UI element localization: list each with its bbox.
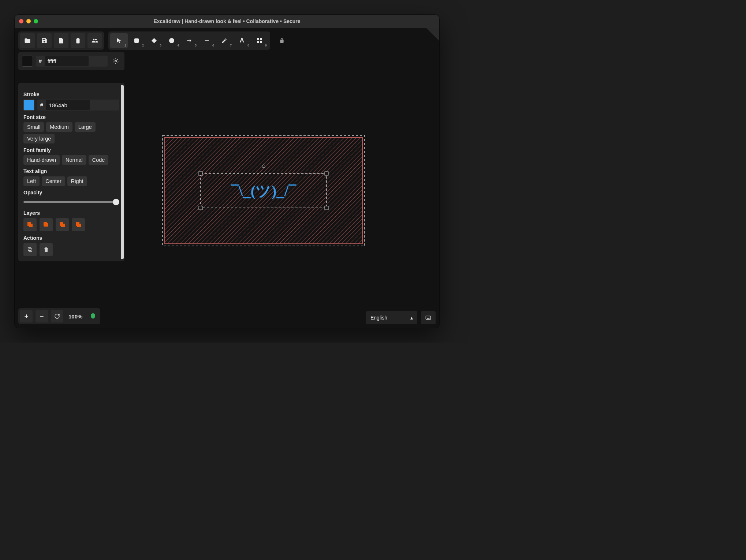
zoom-out-button[interactable] bbox=[36, 310, 48, 322]
svg-rect-32 bbox=[427, 318, 430, 318]
gear-icon[interactable] bbox=[111, 58, 121, 64]
tool-selection[interactable]: 1 bbox=[110, 33, 128, 48]
tool-text[interactable]: A8 bbox=[233, 33, 251, 48]
svg-rect-27 bbox=[426, 316, 430, 319]
tool-library[interactable]: 9 bbox=[251, 33, 268, 48]
tool-number: 6 bbox=[212, 44, 214, 47]
properties-panel: Stroke # Font size Small Medium Large Ve… bbox=[18, 83, 124, 261]
tool-number: 3 bbox=[160, 44, 161, 47]
tool-ellipse[interactable]: 4 bbox=[163, 33, 180, 48]
svg-rect-29 bbox=[428, 317, 428, 317]
language-label: English bbox=[370, 315, 387, 321]
duplicate-button[interactable] bbox=[23, 243, 37, 256]
tool-arrow[interactable]: 5 bbox=[180, 33, 198, 48]
minimize-window-icon[interactable] bbox=[26, 19, 31, 23]
canvas[interactable]: ¯\_(ツ)_/¯ bbox=[161, 134, 366, 247]
export-button[interactable] bbox=[54, 33, 68, 48]
font-size-very-large[interactable]: Very large bbox=[23, 134, 55, 143]
svg-rect-9 bbox=[29, 224, 33, 227]
svg-rect-16 bbox=[29, 249, 32, 251]
layer-send-backward-button[interactable] bbox=[40, 218, 53, 231]
svg-rect-25 bbox=[325, 206, 328, 210]
collaborate-button[interactable] bbox=[87, 33, 102, 48]
layers-label: Layers bbox=[23, 210, 119, 216]
background-hex-input[interactable] bbox=[45, 56, 89, 66]
background-swatch[interactable] bbox=[22, 56, 33, 67]
tool-number: 1 bbox=[124, 44, 126, 47]
tool-rectangle[interactable]: 2 bbox=[128, 33, 145, 48]
font-family-label: Font family bbox=[23, 147, 119, 153]
text-align-center[interactable]: Center bbox=[42, 176, 65, 186]
svg-rect-31 bbox=[429, 317, 430, 317]
titlebar: Excalidraw | Hand-drawn look & feel • Co… bbox=[15, 15, 439, 28]
svg-rect-1 bbox=[152, 38, 157, 43]
tool-number: 5 bbox=[195, 44, 197, 47]
file-actions bbox=[18, 31, 104, 50]
actions-label: Actions bbox=[23, 235, 119, 241]
shield-icon[interactable] bbox=[87, 313, 98, 320]
text-align-left[interactable]: Left bbox=[23, 176, 40, 186]
svg-rect-30 bbox=[429, 317, 429, 317]
zoom-reset-button[interactable] bbox=[51, 310, 63, 322]
svg-rect-24 bbox=[199, 206, 202, 210]
svg-rect-28 bbox=[426, 317, 427, 317]
canvas-text[interactable]: ¯\_(ツ)_/¯ bbox=[231, 183, 296, 200]
tool-number: 8 bbox=[247, 44, 249, 47]
tool-number: 9 bbox=[265, 44, 267, 47]
lock-toggle[interactable] bbox=[275, 33, 289, 48]
tool-number: 7 bbox=[230, 44, 232, 47]
svg-rect-4 bbox=[260, 38, 262, 40]
stroke-hex-input[interactable] bbox=[46, 100, 90, 110]
topbar: 1 2 3 4 5 6 7 A8 9 bbox=[18, 31, 289, 50]
svg-rect-5 bbox=[257, 41, 259, 43]
font-family-normal[interactable]: Normal bbox=[62, 155, 86, 165]
svg-point-7 bbox=[115, 60, 117, 62]
background-hex-wrap: # bbox=[36, 56, 108, 67]
tool-row: 1 2 3 4 5 6 7 A8 9 bbox=[108, 31, 270, 50]
opacity-slider[interactable] bbox=[23, 198, 119, 206]
background-panel: # bbox=[18, 52, 124, 70]
svg-point-2 bbox=[169, 38, 174, 43]
svg-rect-17 bbox=[28, 248, 31, 251]
svg-rect-22 bbox=[199, 172, 202, 175]
svg-rect-6 bbox=[260, 41, 262, 43]
language-select[interactable]: English ▴ bbox=[366, 311, 417, 324]
layer-bring-forward-button[interactable] bbox=[56, 218, 69, 231]
layer-send-to-back-button[interactable] bbox=[23, 218, 37, 231]
save-button[interactable] bbox=[37, 33, 52, 48]
text-align-label: Text align bbox=[23, 168, 119, 174]
stroke-swatch[interactable] bbox=[23, 100, 34, 111]
zoom-in-button[interactable] bbox=[20, 310, 33, 322]
github-corner-icon[interactable] bbox=[426, 28, 439, 41]
bottom-left-bar: 100% bbox=[18, 308, 100, 324]
delete-button[interactable] bbox=[40, 243, 53, 256]
chevron-up-icon: ▴ bbox=[410, 315, 413, 321]
text-align-right[interactable]: Right bbox=[67, 176, 87, 186]
tool-diamond[interactable]: 3 bbox=[145, 33, 163, 48]
svg-rect-15 bbox=[76, 222, 79, 226]
svg-rect-23 bbox=[325, 172, 328, 175]
hash-label: # bbox=[37, 102, 46, 108]
close-window-icon[interactable] bbox=[19, 19, 23, 23]
font-size-large[interactable]: Large bbox=[75, 122, 96, 132]
layer-bring-to-front-button[interactable] bbox=[72, 218, 85, 231]
keyboard-shortcuts-button[interactable] bbox=[421, 311, 436, 324]
scrollbar[interactable] bbox=[121, 85, 124, 259]
tool-line[interactable]: 6 bbox=[198, 33, 216, 48]
font-size-medium[interactable]: Medium bbox=[46, 122, 72, 132]
open-button[interactable] bbox=[20, 33, 35, 48]
svg-rect-11 bbox=[44, 222, 47, 226]
svg-rect-13 bbox=[61, 224, 65, 227]
opacity-label: Opacity bbox=[23, 190, 119, 195]
font-family-hand[interactable]: Hand-drawn bbox=[23, 155, 60, 165]
font-size-small[interactable]: Small bbox=[23, 122, 44, 132]
clear-button[interactable] bbox=[71, 33, 85, 48]
tool-draw[interactable]: 7 bbox=[216, 33, 233, 48]
hash-label: # bbox=[36, 58, 45, 64]
slider-thumb[interactable] bbox=[113, 199, 119, 205]
font-family-code[interactable]: Code bbox=[89, 155, 109, 165]
maximize-window-icon[interactable] bbox=[34, 19, 38, 23]
font-size-label: Font size bbox=[23, 114, 119, 120]
zoom-label: 100% bbox=[66, 313, 85, 320]
app: 1 2 3 4 5 6 7 A8 9 # bbox=[15, 28, 439, 328]
